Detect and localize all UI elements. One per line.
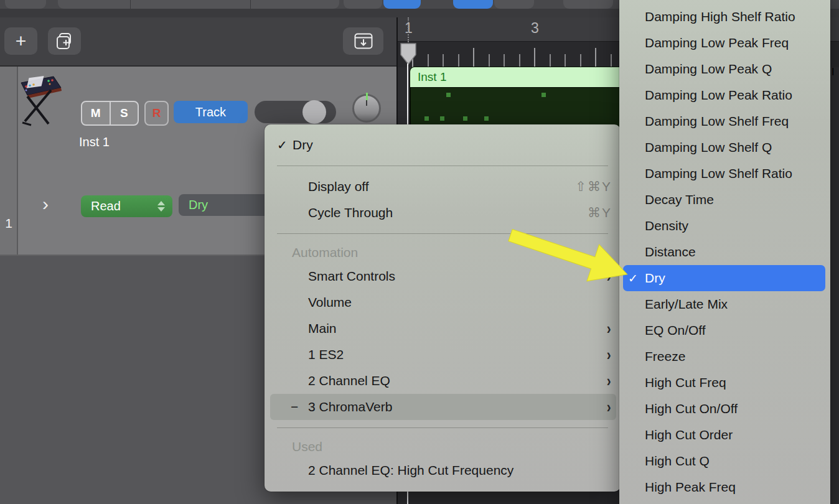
midi-note [424,116,429,121]
duplicate-track-button[interactable] [48,27,81,55]
menu-item-cycle-through[interactable]: Cycle Through⌘Y [265,200,621,226]
menu-item-damping-low-peak-q[interactable]: Damping Low Peak Q [619,56,830,82]
toolbar-automation-button[interactable] [563,0,613,9]
automation-parameter-dropdown[interactable]: Dry [179,194,278,216]
menu-section-header-used: Used [265,436,621,457]
ruler-beat-tick [428,54,429,67]
menu-item-eq-on-off[interactable]: EQ On/Off [619,317,830,343]
menu-item-label: Dry [293,138,313,152]
submenu-chevron-icon: › [607,348,611,361]
toolbar-back-button[interactable] [5,0,46,9]
menu-item-2-channel-eq-high-cut-frequency[interactable]: 2 Channel EQ: High Cut Frequency [265,457,621,483]
mute-button[interactable]: M [82,102,110,124]
updown-chevron-icon [157,201,165,212]
menu-item-label: Damping Low Peak Ratio [645,88,792,103]
menu-item-label: High Cut Freq [645,375,726,390]
pan-knob-pointer [366,100,367,106]
track-header-config-icon [354,33,373,49]
ruler-beat-tick [611,54,612,67]
track-header-config-button[interactable] [343,27,383,55]
region-name: I [832,67,834,77]
midi-note [541,93,546,97]
menu-item-dry[interactable]: ✓Dry [619,265,830,291]
automation-disclosure-chevron-icon[interactable]: › [42,195,49,213]
pan-knob-tick [366,93,368,100]
menu-item-label: Display off [308,179,369,194]
menu-item-dry[interactable]: ✓Dry [265,132,621,158]
menu-item-freeze[interactable]: Freeze [619,343,830,370]
menu-item-smart-controls[interactable]: Smart Controls› [265,263,621,289]
playhead-marker[interactable] [398,41,418,66]
toolbar-list-view-button[interactable] [383,0,421,9]
menu-item-high-peak-freq[interactable]: High Peak Freq [619,474,830,500]
menu-item-label: Freeze [645,349,685,364]
submenu-chevron-icon: › [607,322,611,335]
menu-item-high-cut-freq[interactable]: High Cut Freq [619,370,830,396]
midi-note [446,93,451,97]
ruler-beat-tick [443,54,444,67]
menu-item-volume[interactable]: Volume [265,289,621,315]
menu-item-damping-low-peak-freq[interactable]: Damping Low Peak Freq [619,30,830,56]
midi-note [463,116,467,121]
submenu-chevron-icon: › [607,270,611,282]
menu-separator [277,427,608,428]
menu-item-label: 2 Channel EQ: High Cut Frequency [308,463,513,478]
menu-item-decay-time[interactable]: Decay Time [619,187,830,213]
menu-item-label: Damping Low Shelf Freq [645,114,789,129]
menu-item-3-chromaverb[interactable]: −3 ChromaVerb› [265,394,621,420]
menu-item-high-cut-order[interactable]: High Cut Order [619,422,830,448]
menu-item-label: Density [645,218,688,233]
menu-shortcut: ⇧⌘Y [575,179,612,194]
menu-item-high-cut-on-off[interactable]: High Cut On/Off [619,396,830,422]
menu-item-damping-low-shelf-freq[interactable]: Damping Low Shelf Freq [619,108,830,134]
menu-item-label: Distance [645,245,696,259]
menu-item-early-late-mix[interactable]: Early/Late Mix [619,291,830,317]
menu-item-label: Cycle Through [308,205,393,220]
checkmark-icon: ✓ [277,138,288,152]
track-automation-scope-button[interactable]: Track [174,101,248,123]
menu-item-damping-low-shelf-ratio[interactable]: Damping Low Shelf Ratio [619,161,830,187]
menu-item-damping-high-shelf-ratio[interactable]: Damping High Shelf Ratio [619,4,830,30]
menu-item-high-cut-q[interactable]: High Cut Q [619,448,830,474]
menu-section-header-automation: Automation [265,241,621,263]
record-enable-button[interactable]: R [144,101,169,126]
midi-note [484,116,489,121]
menu-item-label: Damping High Shelf Ratio [645,9,795,24]
menu-item-density[interactable]: Density [619,213,830,239]
track-number: 1 [1,216,16,231]
menu-item-distance[interactable]: Distance [619,239,830,265]
menu-item-label: Dry [645,271,665,286]
ruler-beat-tick [504,54,505,67]
duplicate-track-icon [56,32,73,50]
ruler-bar-tick [534,48,535,67]
toolbar-secondary-tool-button[interactable] [494,0,534,9]
volume-slider[interactable] [255,101,336,123]
plus-icon: + [16,32,27,50]
menu-item-label: Damping Low Peak Q [645,62,772,77]
ruler-bar-tick [595,48,596,67]
chromaverb-parameter-submenu: Damping High Shelf RatioDamping Low Peak… [619,0,830,504]
ruler-beat-tick [580,54,581,67]
ruler-beat-tick [489,54,490,67]
solo-button[interactable]: S [110,102,138,124]
menu-separator [277,166,608,166]
menu-item-damping-low-shelf-q[interactable]: Damping Low Shelf Q [619,134,830,161]
menu-item-display-off[interactable]: Display off⇧⌘Y [265,174,621,200]
add-track-button[interactable]: + [4,27,37,55]
automation-mode-dropdown[interactable]: Read [81,195,172,217]
toolbar-grid-view-button[interactable] [344,0,382,9]
toolbar-pointer-tool-button[interactable] [453,0,493,9]
menu-item-2-channel-eq[interactable]: 2 Channel EQ› [265,368,621,394]
menu-item-1-es2[interactable]: 1 ES2› [265,342,621,368]
midi-note [440,116,444,121]
automation-parameter-label: Dry [189,198,208,212]
track-name[interactable]: Inst 1 [79,135,110,149]
menu-item-label: 3 ChromaVerb [308,399,392,414]
menu-item-damping-low-peak-ratio[interactable]: Damping Low Peak Ratio [619,82,830,108]
menu-item-label: Decay Time [645,192,714,207]
volume-slider-knob[interactable] [302,100,326,124]
toolbar-segmented-control[interactable] [58,0,339,9]
mute-solo-group: M S [81,101,139,126]
pan-knob[interactable] [352,94,381,123]
menu-item-main[interactable]: Main› [265,315,621,342]
